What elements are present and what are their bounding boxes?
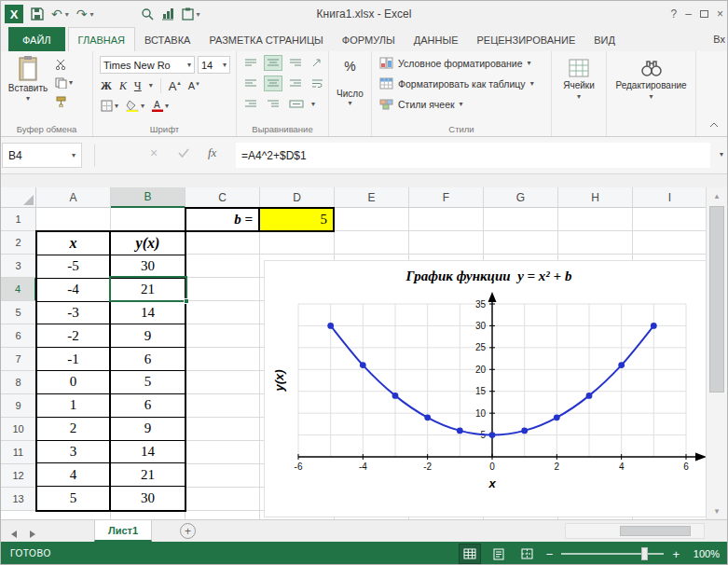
clipboard-icon[interactable] (182, 7, 194, 21)
paste-button[interactable]: Вставить ▾ (7, 55, 49, 118)
align-top-button[interactable] (242, 56, 259, 70)
page-layout-view-button[interactable] (488, 544, 509, 563)
maximize-icon[interactable] (700, 10, 708, 18)
format-as-table-button[interactable]: Форматировать как таблицу ▾ (379, 77, 534, 90)
formula-bar-expand-icon[interactable]: ▾ (720, 151, 723, 158)
cell-C1[interactable]: b = (185, 207, 260, 232)
cell-A13[interactable]: 5 (37, 487, 111, 510)
increase-indent-button[interactable] (265, 97, 282, 111)
formula-input[interactable]: =A4^2+$D$1 (236, 143, 710, 168)
normal-view-button[interactable] (460, 544, 480, 563)
italic-button[interactable]: К (119, 79, 127, 93)
align-right-button[interactable] (287, 76, 304, 90)
merge-center-button[interactable] (287, 97, 306, 111)
cell-B2[interactable]: y(x) (111, 232, 185, 255)
decrease-indent-button[interactable] (242, 97, 259, 111)
column-header-C[interactable]: C (185, 187, 260, 208)
cell-D1[interactable]: 5 (258, 207, 335, 232)
row-header-5[interactable]: 5 (1, 301, 36, 324)
font-color-button[interactable]: А ▾ (152, 100, 169, 112)
conditional-formatting-button[interactable]: Условное форматирование ▾ (379, 57, 531, 69)
percent-style-button[interactable]: % (329, 59, 371, 74)
horizontal-scroll-thumb[interactable] (620, 526, 691, 536)
copy-button[interactable]: ▾ (55, 77, 73, 89)
row-header-10[interactable]: 10 (1, 418, 36, 441)
select-all-corner[interactable] (1, 187, 36, 208)
customize-qat-dropdown-icon[interactable]: ▾ (197, 10, 200, 19)
search-icon[interactable] (141, 7, 154, 21)
row-header-13[interactable]: 13 (1, 488, 36, 511)
cell-B7[interactable]: 6 (111, 348, 185, 371)
row-header-11[interactable]: 11 (1, 441, 36, 464)
row-header-9[interactable]: 9 (1, 394, 36, 418)
column-header-H[interactable]: H (558, 187, 633, 208)
editing-dropdown-button[interactable]: Редактирование ▾ (607, 59, 695, 101)
cells-dropdown-button[interactable]: Ячейки ▾ (552, 59, 606, 101)
row-header-6[interactable]: 6 (1, 324, 36, 348)
ribbon-tab-review[interactable]: РЕЦЕНЗИРОВАНИЕ (467, 27, 584, 51)
row-header-7[interactable]: 7 (1, 348, 36, 371)
cell-A8[interactable]: 0 (37, 371, 111, 394)
redo-dropdown-icon[interactable]: ▾ (89, 10, 93, 19)
undo-dropdown-icon[interactable]: ▾ (65, 10, 69, 19)
cell-A3[interactable]: -5 (37, 255, 111, 279)
ribbon-tab-view[interactable]: ВИД (584, 27, 625, 51)
sheet-nav-left-icon[interactable] (10, 526, 18, 543)
cell-A7[interactable]: -1 (37, 348, 111, 371)
row-header-12[interactable]: 12 (1, 464, 36, 488)
underline-dropdown-icon[interactable]: ▾ (149, 82, 153, 90)
cell-B4[interactable]: 21 (111, 279, 185, 302)
cell-styles-button[interactable]: Стили ячеек ▾ (379, 98, 463, 110)
ribbon-tab-page-layout[interactable]: РАЗМЕТКА СТРАНИЦЫ (199, 27, 332, 51)
column-header-D[interactable]: D (260, 187, 335, 208)
ribbon-tab-formulas[interactable]: ФОРМУЛЫ (333, 27, 405, 51)
row-header-3[interactable]: 3 (1, 255, 36, 278)
cell-A9[interactable]: 1 (37, 394, 111, 418)
orientation-button[interactable] (309, 56, 325, 70)
zoom-out-button[interactable]: − (546, 547, 554, 561)
ribbon-tab-file[interactable]: ФАЙЛ (8, 27, 65, 51)
row-header-4[interactable]: 4 (1, 278, 36, 301)
font-name-combo[interactable]: Times New Ro ▾ (100, 56, 195, 74)
page-break-view-button[interactable] (517, 544, 538, 563)
sheet-tab-list1[interactable]: Лист1 (94, 520, 152, 542)
horizontal-scrollbar[interactable] (565, 523, 705, 539)
minimize-icon[interactable]: – (685, 7, 692, 21)
cut-button[interactable] (55, 59, 73, 70)
cell-B10[interactable]: 9 (111, 418, 185, 441)
borders-button[interactable]: ▾ (101, 100, 118, 112)
cell-B3[interactable]: 30 (111, 255, 185, 279)
sign-in-link[interactable]: Вх (710, 27, 725, 51)
cell-A5[interactable]: -3 (37, 302, 111, 325)
insert-function-icon[interactable]: fx (208, 145, 216, 160)
excel-logo-icon[interactable]: X (5, 5, 23, 23)
add-sheet-button[interactable]: + (180, 523, 196, 539)
column-header-I[interactable]: I (633, 187, 707, 208)
ribbon-tab-data[interactable]: ДАННЫЕ (405, 27, 468, 51)
cell-A11[interactable]: 3 (37, 441, 111, 464)
cell-A2[interactable]: x (37, 232, 111, 255)
column-header-E[interactable]: E (335, 187, 409, 208)
zoom-slider-thumb[interactable] (641, 547, 648, 560)
undo-icon[interactable]: ↶ (51, 7, 62, 21)
column-header-B[interactable]: B (111, 187, 185, 208)
cell-B5[interactable]: 14 (111, 302, 185, 325)
align-middle-button[interactable] (265, 56, 282, 70)
help-icon[interactable]: ? (671, 7, 678, 21)
align-center-button[interactable] (265, 76, 282, 90)
column-header-F[interactable]: F (409, 187, 484, 208)
row-header-1[interactable]: 1 (1, 208, 36, 231)
scroll-up-icon[interactable]: ▴ (707, 187, 727, 203)
increase-font-button[interactable]: А▴ (169, 79, 181, 93)
bold-button[interactable]: Ж (101, 79, 112, 93)
chart-icon[interactable] (161, 7, 174, 21)
vertical-scrollbar[interactable]: ▴ ▾ (706, 187, 727, 518)
zoom-level[interactable]: 100% (688, 548, 720, 559)
wrap-text-button[interactable] (309, 76, 325, 90)
align-left-button[interactable] (242, 76, 259, 90)
ribbon-tab-home[interactable]: ГЛАВНАЯ (68, 27, 135, 51)
cell-B11[interactable]: 14 (111, 441, 185, 464)
zoom-in-button[interactable]: + (672, 547, 680, 561)
cell-B9[interactable]: 6 (111, 394, 185, 418)
format-painter-button[interactable] (55, 96, 73, 107)
